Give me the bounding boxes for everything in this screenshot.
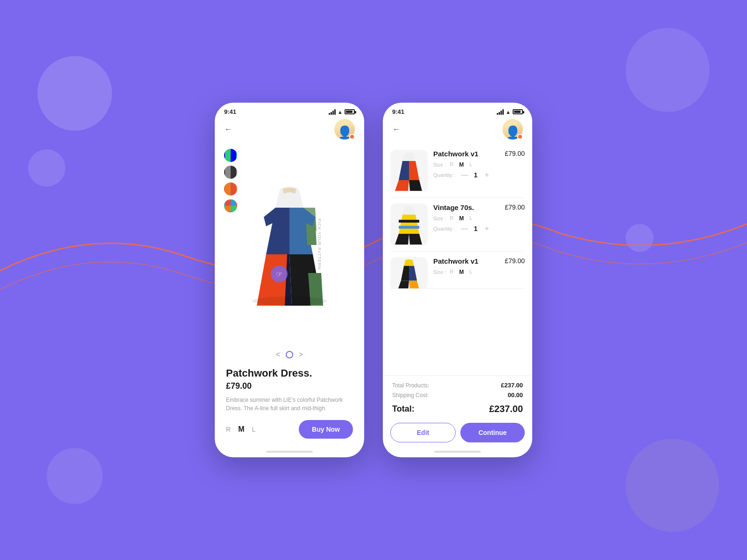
bg-circle-5 (626, 224, 654, 252)
qty-label-1: Quantity : (433, 172, 455, 178)
cart-item-name-price-1: Patchwork v1 £79.00 (433, 150, 525, 158)
qty-value-1: 1 (474, 171, 478, 179)
product-info: Patchwork Dress. £79.00 Embrace summer w… (215, 364, 364, 446)
size-L-3[interactable]: L (469, 269, 472, 275)
product-title: Patchwork Dress. (226, 367, 353, 379)
product-price: £79.00 (226, 381, 353, 391)
home-indicator-1 (215, 446, 364, 457)
cart-item-dress-svg-2 (390, 203, 428, 245)
cart-item-img-3 (390, 257, 428, 289)
dress-shadow (252, 296, 327, 306)
bg-circle-6 (626, 439, 719, 532)
cart-item-name-3: Patchwork v1 (433, 257, 479, 265)
pattern-dot-1[interactable] (224, 149, 237, 162)
wifi-icon-2: ▲ (506, 109, 511, 115)
back-button-1[interactable]: ← (224, 125, 233, 134)
cart-item-price-2: £79.00 (505, 203, 525, 211)
home-bar-1 (266, 451, 313, 453)
size-label-1: Size : (433, 162, 446, 168)
size-L-2[interactable]: L (469, 215, 472, 222)
size-M-1[interactable]: M (459, 161, 464, 168)
status-icons-2: ▲ (497, 109, 523, 115)
size-option-L[interactable]: L (252, 426, 255, 433)
avatar-notification-dot-1 (349, 134, 355, 140)
avatar-container-1[interactable] (334, 119, 355, 140)
pattern-picker (224, 149, 237, 212)
qty-decrease-2[interactable]: — (460, 224, 469, 233)
wifi-icon-1: ▲ (338, 109, 343, 115)
size-option-M[interactable]: M (238, 425, 244, 434)
bg-circle-4 (626, 28, 710, 112)
avatar-container-2[interactable] (502, 119, 523, 140)
cart-item-dress-svg-1 (390, 150, 428, 192)
cart-item-details-2: Vintage 70s. £79.00 Size : R M L Quantit… (433, 203, 525, 245)
cart-item-2: Vintage 70s. £79.00 Size : R M L Quantit… (390, 198, 525, 252)
size-M-2[interactable]: M (459, 215, 464, 222)
cart-item-price-3: £79.00 (505, 257, 525, 265)
size-L-1[interactable]: L (469, 161, 472, 168)
cart-item-details-3: Patchwork v1 £79.00 Size : R M L (433, 257, 525, 283)
size-options: R M L (226, 425, 255, 434)
carousel-dot[interactable] (286, 351, 293, 358)
cart-qty-row-2: Quantity : — 1 + (433, 224, 525, 233)
dress-svg (243, 180, 336, 310)
signal-icon-2 (497, 109, 504, 115)
signal-icon-1 (329, 109, 336, 115)
svg-rect-1 (399, 226, 419, 229)
bg-circle-1 (37, 56, 112, 131)
total-row: Total: £237.00 (392, 400, 523, 416)
carousel-prev[interactable]: < (276, 350, 280, 359)
dress-image: ☞ (243, 180, 336, 310)
total-value: £237.00 (489, 404, 523, 414)
size-M-3[interactable]: M (459, 269, 464, 275)
total-products-label: Total Products: (392, 382, 429, 389)
cart-qty-row-1: Quantity : — 1 + (433, 171, 525, 179)
edit-button[interactable]: Edit (390, 423, 456, 442)
size-label-3: Size : (433, 269, 446, 275)
pattern-dot-3[interactable] (224, 182, 237, 196)
size-R-2[interactable]: R (450, 215, 454, 222)
avatar-notification-dot-2 (517, 134, 523, 140)
status-icons-1: ▲ (329, 109, 355, 115)
cart-items-list: Patchwork v1 £79.00 Size : R M L Quantit… (383, 144, 532, 375)
qty-label-2: Quantity : (433, 226, 455, 231)
phone2-header: ← (383, 119, 532, 144)
size-R-1[interactable]: R (450, 161, 454, 168)
svg-rect-0 (399, 220, 419, 223)
status-time-1: 9:41 (224, 108, 236, 115)
cart-item-name-price-3: Patchwork v1 £79.00 (433, 257, 525, 265)
qty-increase-2[interactable]: + (482, 224, 492, 233)
phones-container: 9:41 ▲ ← (215, 103, 532, 457)
buy-now-button[interactable]: Buy Now (299, 420, 353, 439)
size-R-3[interactable]: R (450, 269, 454, 275)
cart-item-dress-svg-3 (390, 257, 428, 289)
carousel-next[interactable]: > (299, 350, 303, 359)
cart-size-row-3: Size : R M L (433, 269, 525, 275)
status-bar-1: 9:41 ▲ (215, 103, 364, 119)
home-bar-2 (434, 451, 481, 453)
cart-item-img-1 (390, 150, 428, 192)
cart-size-row-1: Size : R M L (433, 161, 525, 168)
cart-item-img-2 (390, 203, 428, 245)
cart-size-opts-1: R M L (450, 161, 472, 168)
continue-button[interactable]: Continue (460, 423, 525, 442)
cart-summary: Total Products: £237.00 Shipping Cost: 0… (383, 375, 532, 419)
phone-cart: 9:41 ▲ ← (383, 103, 532, 457)
bg-circle-2 (28, 149, 65, 187)
qty-decrease-1[interactable]: — (460, 171, 469, 179)
battery-icon-1 (345, 109, 355, 114)
cart-item-name-2: Vintage 70s. (433, 203, 474, 211)
total-label: Total: (392, 404, 415, 414)
cart-item-1: Patchwork v1 £79.00 Size : R M L Quantit… (390, 144, 525, 198)
pattern-dot-4[interactable] (224, 199, 237, 212)
cart-size-opts-2: R M L (450, 215, 472, 222)
qty-value-2: 1 (474, 225, 478, 232)
pattern-dot-2[interactable] (224, 166, 237, 179)
size-option-R[interactable]: R (226, 426, 231, 433)
size-label-2: Size : (433, 216, 446, 221)
carousel-nav: < > (215, 346, 364, 364)
battery-icon-2 (513, 109, 523, 114)
qty-increase-1[interactable]: + (482, 171, 492, 179)
total-products-row: Total Products: £237.00 (392, 380, 523, 390)
back-button-2[interactable]: ← (392, 125, 401, 134)
